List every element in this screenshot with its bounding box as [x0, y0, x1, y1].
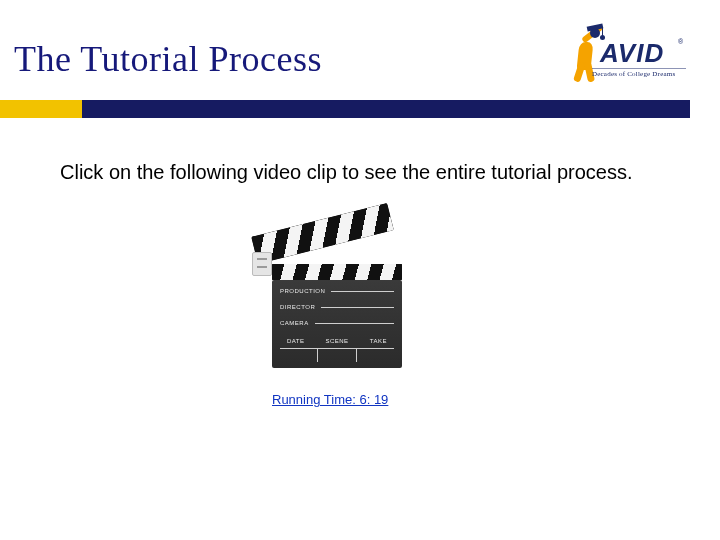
avid-logo: AVID ® Decades of College Dreams — [562, 26, 686, 98]
clapperboard-icon: PRODUCTION DIRECTOR CAMERA DATE SCENE TA… — [246, 224, 406, 374]
clapper-label-production: PRODUCTION — [280, 288, 325, 294]
registered-mark: ® — [678, 38, 683, 45]
clapper-label-director: DIRECTOR — [280, 304, 315, 310]
clapper-label-scene: SCENE — [321, 338, 352, 344]
avid-tagline: Decades of College Dreams — [592, 70, 675, 78]
page-title: The Tutorial Process — [14, 38, 322, 80]
clapper-label-camera: CAMERA — [280, 320, 309, 326]
clapper-label-take: TAKE — [363, 338, 394, 344]
slide: The Tutorial Process Click on the follow… — [0, 0, 720, 540]
instruction-text: Click on the following video clip to see… — [60, 160, 640, 185]
running-time-link[interactable]: Running Time: 6: 19 — [272, 392, 388, 407]
clapper-label-date: DATE — [280, 338, 311, 344]
divider-accent — [0, 100, 82, 118]
video-clip-link[interactable]: PRODUCTION DIRECTOR CAMERA DATE SCENE TA… — [246, 224, 406, 374]
avid-wordmark: AVID — [600, 38, 664, 69]
divider-bar — [82, 100, 690, 118]
